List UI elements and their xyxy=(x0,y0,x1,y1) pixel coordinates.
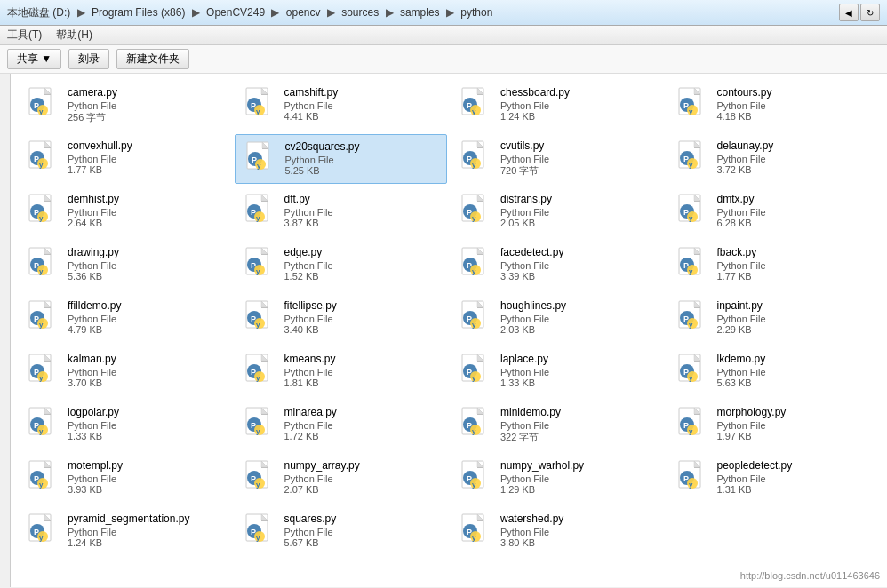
file-item[interactable]: P y delaunay.py Python File 3.72 KB xyxy=(667,134,881,184)
file-name: numpy_array.py xyxy=(284,459,441,473)
file-type: Python File xyxy=(68,367,224,377)
file-item[interactable]: P y logpolar.py Python File 1.33 KB xyxy=(18,401,231,450)
file-item[interactable]: P y convexhull.py Python File 1.77 KB xyxy=(18,134,231,184)
menu-help[interactable]: 帮助(H) xyxy=(56,28,92,43)
breadcrumb-samples[interactable]: samples xyxy=(400,6,440,19)
file-item[interactable]: P y laplace.py Python File 1.33 KB xyxy=(451,347,664,397)
file-size: 2.07 KB xyxy=(284,484,441,495)
share-button[interactable]: 共享 ▼ xyxy=(7,49,61,69)
file-type: Python File xyxy=(717,473,874,484)
file-item[interactable]: P y chessboard.py Python File 1.24 KB xyxy=(451,81,664,131)
menu-tools[interactable]: 工具(T) xyxy=(7,28,42,43)
python-file-icon: P y xyxy=(458,406,493,441)
file-item[interactable]: P y facedetect.py Python File 3.39 KB xyxy=(451,241,664,290)
breadcrumb-opencv[interactable]: opencv xyxy=(286,6,321,19)
file-size: 5.63 KB xyxy=(717,377,874,388)
python-file-icon: P y xyxy=(25,513,60,548)
file-item[interactable]: P y peopledetect.py Python File 1.31 KB xyxy=(667,454,881,504)
svg-text:y: y xyxy=(39,427,44,435)
file-item[interactable]: P y numpy_array.py Python File 2.07 KB xyxy=(235,454,448,504)
file-type: Python File xyxy=(284,100,441,111)
file-type: Python File xyxy=(284,527,441,537)
breadcrumb-python[interactable]: python xyxy=(460,6,492,19)
file-item[interactable]: P y contours.py Python File 4.18 KB xyxy=(667,81,881,131)
svg-text:y: y xyxy=(256,214,260,222)
breadcrumb-programfiles[interactable]: Program Files (x86) xyxy=(92,6,185,19)
file-item[interactable]: P y inpaint.py Python File 2.29 KB xyxy=(667,294,881,344)
back-button[interactable]: ◀ xyxy=(839,4,859,21)
file-name: cvutils.py xyxy=(500,139,657,154)
file-size: 322 字节 xyxy=(500,431,657,444)
file-item[interactable]: P y morphology.py Python File 1.97 KB xyxy=(667,401,881,450)
scroll-left xyxy=(0,74,11,587)
file-size: 2.03 KB xyxy=(500,324,657,335)
action-bar: 共享 ▼ 刻录 新建文件夹 xyxy=(0,45,887,74)
breadcrumb-opencv249[interactable]: OpenCV249 xyxy=(206,6,265,19)
file-item[interactable]: P y pyramid_segmentation.py Python File … xyxy=(18,507,231,557)
file-type: Python File xyxy=(68,420,224,431)
file-info: logpolar.py Python File 1.33 KB xyxy=(68,406,224,441)
file-name: dmtx.py xyxy=(717,193,874,207)
file-item[interactable]: P y demhist.py Python File 2.64 KB xyxy=(18,187,231,237)
file-item[interactable]: P y lkdemo.py Python File 5.63 KB xyxy=(667,347,881,397)
file-name: fitellipse.py xyxy=(284,299,441,314)
python-file-icon: P y xyxy=(458,193,493,228)
file-item[interactable]: P y motempl.py Python File 3.93 KB xyxy=(18,454,231,504)
file-type: Python File xyxy=(68,527,224,537)
file-item[interactable]: P y minarea.py Python File 1.72 KB xyxy=(235,401,448,450)
file-item[interactable]: P y dft.py Python File 3.87 KB xyxy=(235,187,448,237)
file-info: cvutils.py Python File 720 字节 xyxy=(500,139,657,178)
file-info: drawing.py Python File 5.36 KB xyxy=(68,246,224,282)
file-item[interactable]: P y watershed.py Python File 3.80 KB xyxy=(451,507,664,557)
burn-button[interactable]: 刻录 xyxy=(68,49,109,69)
file-type: Python File xyxy=(284,420,441,431)
python-file-icon: P y xyxy=(675,193,710,228)
breadcrumb: 本地磁盘 (D:) ▶ Program Files (x86) ▶ OpenCV… xyxy=(7,5,492,20)
breadcrumb-drive[interactable]: 本地磁盘 (D:) xyxy=(7,6,70,19)
svg-text:y: y xyxy=(472,107,476,115)
refresh-button[interactable]: ↻ xyxy=(860,4,880,21)
file-item[interactable]: P y drawing.py Python File 5.36 KB xyxy=(18,241,231,290)
file-info: camera.py Python File 256 字节 xyxy=(68,86,224,124)
file-item[interactable]: P y fback.py Python File 1.77 KB xyxy=(667,241,881,290)
file-type: Python File xyxy=(500,367,657,377)
file-item[interactable]: P y cvutils.py Python File 720 字节 xyxy=(451,134,664,184)
file-size: 1.31 KB xyxy=(717,484,874,495)
file-item[interactable]: P y dmtx.py Python File 6.28 KB xyxy=(667,187,881,237)
file-info: minidemo.py Python File 322 字节 xyxy=(500,406,657,444)
title-bar: 本地磁盘 (D:) ▶ Program Files (x86) ▶ OpenCV… xyxy=(0,0,887,26)
file-item[interactable]: P y cv20squares.py Python File 5.25 KB xyxy=(235,134,448,184)
file-item[interactable]: P y distrans.py Python File 2.05 KB xyxy=(451,187,664,237)
python-file-icon: P y xyxy=(242,299,277,335)
python-file-icon: P y xyxy=(675,299,710,335)
file-info: numpy_warhol.py Python File 1.29 KB xyxy=(500,459,657,495)
file-item[interactable]: P y ffilldemo.py Python File 4.79 KB xyxy=(18,294,231,344)
file-item[interactable]: P y kalman.py Python File 3.70 KB xyxy=(18,347,231,397)
svg-text:y: y xyxy=(472,214,476,222)
file-item[interactable]: P y camera.py Python File 256 字节 xyxy=(18,81,231,131)
file-item[interactable]: P y numpy_warhol.py Python File 1.29 KB xyxy=(451,454,664,504)
file-info: distrans.py Python File 2.05 KB xyxy=(500,193,657,228)
file-type: Python File xyxy=(284,473,441,484)
file-size: 1.72 KB xyxy=(284,431,441,441)
file-type: Python File xyxy=(284,367,441,377)
file-item[interactable]: P y houghlines.py Python File 2.03 KB xyxy=(451,294,664,344)
file-name: fback.py xyxy=(717,246,874,260)
new-folder-button[interactable]: 新建文件夹 xyxy=(116,49,189,69)
file-size: 3.93 KB xyxy=(68,484,224,495)
file-name: demhist.py xyxy=(68,193,224,207)
file-type: Python File xyxy=(500,100,657,111)
file-item[interactable]: P y camshift.py Python File 4.41 KB xyxy=(235,81,448,131)
file-item[interactable]: P y minidemo.py Python File 322 字节 xyxy=(451,401,664,450)
file-size: 720 字节 xyxy=(500,164,657,178)
svg-text:y: y xyxy=(689,107,693,115)
file-item[interactable]: P y edge.py Python File 1.52 KB xyxy=(235,241,448,290)
file-info: numpy_array.py Python File 2.07 KB xyxy=(284,459,441,495)
file-item[interactable]: P y kmeans.py Python File 1.81 KB xyxy=(235,347,448,397)
svg-text:y: y xyxy=(472,161,476,169)
file-item[interactable]: P y squares.py Python File 5.67 KB xyxy=(235,507,448,557)
python-file-icon: P y xyxy=(675,86,710,122)
file-info: minarea.py Python File 1.72 KB xyxy=(284,406,441,441)
file-item[interactable]: P y fitellipse.py Python File 3.40 KB xyxy=(235,294,448,344)
breadcrumb-sources[interactable]: sources xyxy=(341,6,379,19)
